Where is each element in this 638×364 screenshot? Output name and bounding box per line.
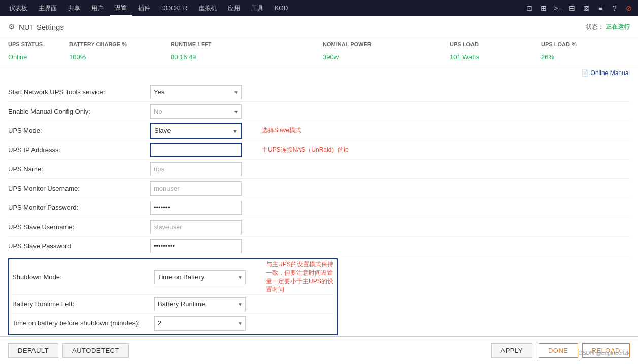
select-manual-config[interactable]: No Yes (150, 104, 242, 119)
help-icon[interactable]: ? (610, 4, 620, 12)
window-icon[interactable]: ⊡ (524, 4, 534, 12)
status-val-3: 390w (323, 51, 450, 63)
form-row-shutdown-mode: Shutdown Mode: Time on Battery Battery R… (12, 260, 333, 295)
top-navigation: 仪表板 主界面 共享 用户 设置 插件 DOCKER 虚拟机 应用 工具 KOD… (0, 0, 638, 16)
annotation-line3: 量一定要小于主UPS的设 (266, 278, 333, 285)
default-button[interactable]: DEFAULT (8, 343, 58, 358)
console-icon[interactable]: ⊟ (567, 4, 577, 12)
desktop-icon[interactable]: ⊠ (581, 4, 591, 12)
page-title: ⚙ NUT Settings (8, 22, 64, 31)
form-row-time-shutdown: Time on battery before shutdown (minutes… (12, 314, 333, 333)
select-time-shutdown[interactable]: 2 5 10 15 (154, 316, 246, 331)
control-time-shutdown: 2 5 10 15 (154, 316, 256, 331)
control-ups-ip: 192.168.18.101 (150, 143, 252, 157)
nav-dashboard[interactable]: 仪表板 (4, 0, 32, 16)
input-monitor-user[interactable] (150, 181, 242, 196)
label-manual-config: Enable Manual Config Only: (8, 104, 150, 118)
input-ups-ip[interactable]: 192.168.18.101 (150, 143, 242, 157)
status-col-header-1: BATTERY CHARGE % (69, 39, 171, 49)
annotation-ups-mode: 选择Slave模式 (262, 126, 630, 135)
select-wrapper-start-service: Yes No (150, 85, 242, 99)
annotation-ups-ip: 主UPS连接NAS（UnRaid）的ip (262, 145, 630, 154)
status-values: Online 100% 00:16:49 390w 101 Watts 26% (0, 50, 638, 67)
status-col-header-3: NOMINAL POWER (323, 39, 450, 49)
control-manual-config: No Yes (150, 104, 252, 119)
select-ups-mode[interactable]: Slave Master None (151, 124, 241, 138)
status-col-header-0: UPS STATUS (8, 39, 69, 49)
label-time-shutdown: Time on battery before shutdown (minutes… (12, 316, 154, 330)
apply-button[interactable]: APPLY (491, 343, 532, 358)
bottom-bar: DEFAULT AUTODETECT APPLY DONE RELOAD (0, 336, 638, 364)
nav-main[interactable]: 主界面 (33, 0, 62, 16)
control-monitor-pass (150, 201, 252, 215)
select-wrapper-battery: Battery Runtime Time on Battery (154, 297, 246, 311)
annotation-line4: 置时间 (266, 286, 284, 293)
nav-share[interactable]: 共享 (63, 0, 85, 16)
form-row-ups-name: UPS Name: (8, 160, 630, 179)
control-start-service: Yes No (150, 85, 252, 99)
control-shutdown-mode: Time on Battery Battery Runtime Both (154, 270, 256, 284)
autodetect-button[interactable]: AUTODETECT (62, 343, 129, 358)
label-start-service: Start Network UPS Tools service: (8, 85, 150, 99)
control-monitor-user (150, 181, 252, 196)
shutdown-group: Shutdown Mode: Time on Battery Battery R… (8, 258, 338, 335)
select-wrapper-time: 2 5 10 15 (154, 316, 246, 331)
form-row-monitor-pass: UPS Monitor Password: (8, 198, 630, 217)
nav-menu: 仪表板 主界面 共享 用户 设置 插件 DOCKER 虚拟机 应用 工具 KOD (4, 0, 524, 16)
done-button[interactable]: DONE (539, 343, 578, 358)
input-monitor-pass[interactable] (150, 201, 242, 215)
nav-plugins[interactable]: 插件 (133, 0, 155, 16)
form-row-ups-mode: UPS Mode: Slave Master None 选择Slave模式 (8, 121, 630, 140)
nav-docker[interactable]: DOCKER (156, 0, 192, 16)
label-ups-ip: UPS IP Addresss: (8, 143, 150, 157)
form-row-manual-config: Enable Manual Config Only: No Yes (8, 102, 630, 121)
form-row-battery-runtime: Battery Runtime Left: Battery Runtime Ti… (12, 295, 333, 314)
nav-settings[interactable]: 设置 (110, 0, 132, 16)
control-ups-name (150, 162, 252, 176)
select-wrapper-ups-mode: Slave Master None (150, 123, 242, 139)
nav-tools[interactable]: 工具 (246, 0, 268, 16)
control-slave-user (150, 220, 252, 234)
nav-apps[interactable]: 应用 (223, 0, 245, 16)
select-shutdown-mode[interactable]: Time on Battery Battery Runtime Both (154, 270, 246, 284)
status-col-header-2: RUNTIME LEFT (171, 39, 323, 49)
status-val-4: 101 Watts (450, 51, 541, 63)
nav-icon-area: ⊡ ⊞ >_ ⊟ ⊠ ≡ ? ⊘ (524, 4, 634, 12)
nav-kod[interactable]: KOD (270, 0, 293, 16)
manual-link-row: 📄 Online Manual (0, 67, 638, 79)
nav-users[interactable]: 用户 (86, 0, 109, 16)
settings-form: Start Network UPS Tools service: Yes No … (0, 79, 638, 341)
status-val-1: 100% (69, 51, 171, 63)
status-headers: UPS STATUS BATTERY CHARGE % RUNTIME LEFT… (0, 38, 638, 50)
nav-vm[interactable]: 虚拟机 (193, 0, 222, 16)
grid-icon[interactable]: ⊞ (539, 4, 549, 12)
terminal-icon[interactable]: >_ (553, 4, 563, 12)
control-battery-runtime: Battery Runtime Time on Battery (154, 297, 256, 311)
select-wrapper-shutdown: Time on Battery Battery Runtime Both (154, 270, 246, 284)
label-ups-mode: UPS Mode: (8, 124, 150, 137)
label-battery-runtime: Battery Runtime Left: (12, 297, 154, 311)
form-row-slave-pass: UPS Slave Password: (8, 237, 630, 256)
select-start-service[interactable]: Yes No (150, 85, 242, 99)
input-slave-user[interactable] (150, 220, 242, 234)
select-battery-runtime[interactable]: Battery Runtime Time on Battery (154, 297, 246, 311)
status-val-0: Online (8, 51, 69, 63)
gear-icon: ⚙ (8, 22, 15, 31)
input-slave-pass[interactable] (150, 239, 242, 253)
annotation-line1: 与主UPS的设置模式保持 (266, 261, 333, 268)
control-ups-mode: Slave Master None (150, 123, 252, 139)
label-slave-pass: UPS Slave Password: (8, 239, 150, 253)
status-val-2: 00:16:49 (171, 51, 323, 63)
form-row-start-service: Start Network UPS Tools service: Yes No (8, 83, 630, 102)
menu-icon[interactable]: ≡ (595, 4, 606, 12)
status-col-header-4: UPS LOAD (450, 39, 541, 49)
main-content: ⚙ NUT Settings 状态： 正在运行 UPS STATUS BATTE… (0, 16, 638, 364)
annotation-shutdown: 与主UPS的设置模式保持 一致，但要注意时间设置 量一定要小于主UPS的设 置时… (266, 260, 333, 294)
label-ups-name: UPS Name: (8, 162, 150, 176)
page-title-text: NUT Settings (19, 23, 64, 31)
input-ups-name[interactable] (150, 162, 242, 176)
label-monitor-pass: UPS Monitor Password: (8, 201, 150, 214)
online-manual-link[interactable]: 📄 Online Manual (581, 69, 630, 77)
alert-icon[interactable]: ⊘ (624, 4, 634, 12)
form-row-slave-user: UPS Slave Username: (8, 217, 630, 237)
